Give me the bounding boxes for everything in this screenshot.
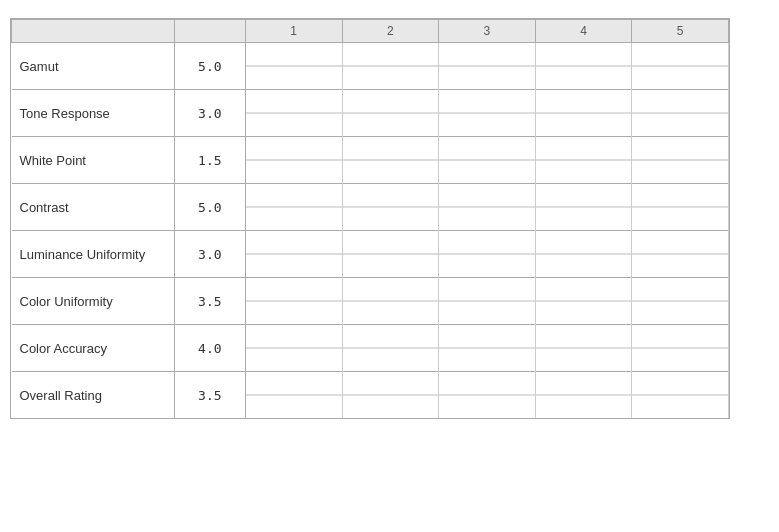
cell-category: Tone Response [12, 90, 175, 137]
header-scale-2: 2 [342, 20, 439, 43]
cell-dot-1 [245, 278, 342, 325]
cell-dot-3 [439, 43, 536, 90]
cell-dot-2 [342, 278, 439, 325]
cell-dot-4 [535, 184, 632, 231]
cell-dot-2 [342, 137, 439, 184]
cell-dot-4 [535, 231, 632, 278]
cell-dot-3 [439, 278, 536, 325]
cell-category: Color Accuracy [12, 325, 175, 372]
cell-rating: 5.0 [174, 184, 245, 231]
cell-dot-5 [632, 372, 729, 419]
header-category [12, 20, 175, 43]
cell-dot-4 [535, 278, 632, 325]
table-row: Tone Response3.0 [12, 90, 729, 137]
cell-dot-2 [342, 231, 439, 278]
cell-dot-5 [632, 184, 729, 231]
cell-rating: 3.0 [174, 90, 245, 137]
table-row: Color Uniformity3.5 [12, 278, 729, 325]
cell-dot-4 [535, 372, 632, 419]
cell-dot-5 [632, 137, 729, 184]
cell-category: White Point [12, 137, 175, 184]
cell-dot-1 [245, 184, 342, 231]
cell-rating: 3.0 [174, 231, 245, 278]
header-scale-1: 1 [245, 20, 342, 43]
cell-dot-3 [439, 231, 536, 278]
cell-dot-5 [632, 278, 729, 325]
cell-dot-5 [632, 90, 729, 137]
cell-dot-5 [632, 325, 729, 372]
cell-category: Gamut [12, 43, 175, 90]
header-rating [174, 20, 245, 43]
cell-dot-1 [245, 231, 342, 278]
cell-category: Color Uniformity [12, 278, 175, 325]
cell-category: Luminance Uniformity [12, 231, 175, 278]
cell-rating: 5.0 [174, 43, 245, 90]
cell-dot-4 [535, 137, 632, 184]
rating-table-wrapper: 1 2 3 4 5 Gamut5.0 Tone Response3.0 [10, 18, 730, 419]
cell-rating: 4.0 [174, 325, 245, 372]
cell-dot-3 [439, 372, 536, 419]
header-scale-4: 4 [535, 20, 632, 43]
cell-dot-3 [439, 184, 536, 231]
cell-dot-5 [632, 231, 729, 278]
cell-dot-3 [439, 137, 536, 184]
cell-dot-1 [245, 90, 342, 137]
table-header-row: 1 2 3 4 5 [12, 20, 729, 43]
table-row: Contrast5.0 [12, 184, 729, 231]
header-scale-3: 3 [439, 20, 536, 43]
table-row: White Point1.5 [12, 137, 729, 184]
cell-dot-4 [535, 325, 632, 372]
cell-dot-1 [245, 325, 342, 372]
cell-category: Contrast [12, 184, 175, 231]
cell-dot-1 [245, 137, 342, 184]
cell-category: Overall Rating [12, 372, 175, 419]
table-row: Gamut5.0 [12, 43, 729, 90]
cell-dot-3 [439, 325, 536, 372]
header-scale-5: 5 [632, 20, 729, 43]
cell-dot-2 [342, 43, 439, 90]
cell-dot-2 [342, 325, 439, 372]
cell-dot-4 [535, 43, 632, 90]
cell-dot-2 [342, 90, 439, 137]
table-row: Color Accuracy4.0 [12, 325, 729, 372]
cell-rating: 3.5 [174, 372, 245, 419]
cell-dot-2 [342, 372, 439, 419]
cell-dot-1 [245, 372, 342, 419]
table-row: Luminance Uniformity3.0 [12, 231, 729, 278]
cell-rating: 1.5 [174, 137, 245, 184]
cell-dot-3 [439, 90, 536, 137]
cell-dot-2 [342, 184, 439, 231]
cell-rating: 3.5 [174, 278, 245, 325]
cell-dot-1 [245, 43, 342, 90]
cell-dot-5 [632, 43, 729, 90]
rating-table: 1 2 3 4 5 Gamut5.0 Tone Response3.0 [11, 19, 729, 418]
table-row: Overall Rating3.5 [12, 372, 729, 419]
cell-dot-4 [535, 90, 632, 137]
